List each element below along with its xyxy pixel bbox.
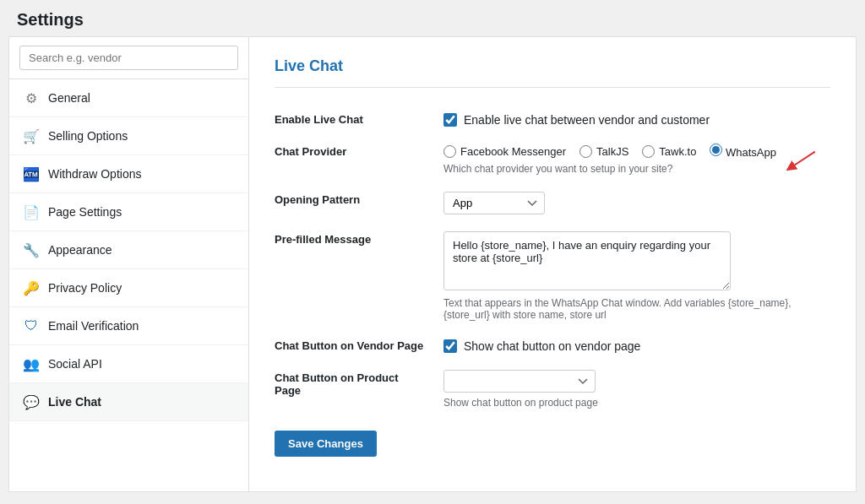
sidebar-item-page-settings[interactable]: 📄 Page Settings xyxy=(9,193,248,231)
opening-pattern-field: App Web Both xyxy=(443,183,830,223)
radio-whatsapp-label: WhatsApp xyxy=(726,146,776,159)
key-icon: 🔑 xyxy=(23,279,40,296)
sidebar-item-live-chat[interactable]: 💬 Live Chat xyxy=(9,383,248,421)
sidebar-item-label: General xyxy=(48,91,90,105)
sidebar-item-privacy-policy[interactable]: 🔑 Privacy Policy xyxy=(9,269,248,307)
appearance-icon: 🔧 xyxy=(23,241,40,258)
withdraw-icon: 🏧 xyxy=(23,165,40,182)
chat-button-product-label: Chat Button on Product Page xyxy=(275,361,443,417)
radio-tawkto[interactable]: Tawk.to xyxy=(642,145,696,158)
sidebar-item-label: Page Settings xyxy=(48,205,122,219)
chat-button-vendor-row: Chat Button on Vendor Page Show chat but… xyxy=(275,329,830,361)
enable-live-chat-field: Enable live chat between vendor and cust… xyxy=(443,103,830,135)
radio-tawkto-input[interactable] xyxy=(642,145,655,158)
sidebar-item-label: Email Verification xyxy=(48,319,139,333)
chat-button-vendor-field: Show chat button on vendor page xyxy=(443,329,830,361)
opening-pattern-select[interactable]: App Web Both xyxy=(443,192,545,214)
prefilled-message-hint: Text that appears in the WhatsApp Chat w… xyxy=(443,297,830,321)
chat-button-vendor-checkbox[interactable] xyxy=(443,339,457,353)
sidebar-search-container xyxy=(9,37,248,79)
chat-button-product-hint: Show chat button on product page xyxy=(443,397,830,409)
sidebar-item-withdraw-options[interactable]: 🏧 Withdraw Options xyxy=(9,155,248,193)
sidebar-item-label: Appearance xyxy=(48,243,112,257)
radio-facebook-label: Facebook Messenger xyxy=(460,145,566,158)
enable-live-chat-checkbox-label[interactable]: Enable live chat between vendor and cust… xyxy=(464,113,710,127)
prefilled-message-textarea[interactable]: Hello {store_name}, I have an enquiry re… xyxy=(443,231,731,290)
chat-button-vendor-checkbox-label[interactable]: Show chat button on vendor page xyxy=(464,339,640,353)
page-title: Settings xyxy=(0,0,865,36)
page-icon: 📄 xyxy=(23,203,40,220)
sidebar: ⚙ General 🛒 Selling Options 🏧 Withdraw O… xyxy=(8,36,249,492)
sidebar-item-label: Privacy Policy xyxy=(48,281,122,295)
save-changes-button[interactable]: Save Changes xyxy=(275,431,377,457)
enable-live-chat-checkbox-row: Enable live chat between vendor and cust… xyxy=(443,113,830,127)
radio-tawkto-label: Tawk.to xyxy=(659,145,696,158)
radio-whatsapp[interactable]: WhatsApp xyxy=(710,144,776,159)
chat-button-product-row: Chat Button on Product Page Show Hide Sh… xyxy=(275,361,830,417)
chat-icon: 💬 xyxy=(23,393,40,410)
shield-icon: 🛡 xyxy=(23,317,40,334)
chat-provider-radio-group: Facebook Messenger TalkJS Tawk.to xyxy=(443,144,830,159)
sidebar-item-general[interactable]: ⚙ General xyxy=(9,79,248,117)
sidebar-item-label: Live Chat xyxy=(48,395,101,409)
chat-provider-label: Chat Provider xyxy=(275,135,443,183)
chat-button-vendor-checkbox-row: Show chat button on vendor page xyxy=(443,339,830,353)
main-content: Live Chat Enable Live Chat Enable live c… xyxy=(249,36,857,492)
opening-pattern-label: Opening Pattern xyxy=(275,183,443,223)
radio-talkjs[interactable]: TalkJS xyxy=(579,145,628,158)
radio-talkjs-input[interactable] xyxy=(579,145,592,158)
radio-facebook[interactable]: Facebook Messenger xyxy=(443,145,566,158)
chat-provider-field: Facebook Messenger TalkJS Tawk.to xyxy=(443,135,830,183)
section-title: Live Chat xyxy=(275,57,830,88)
radio-talkjs-label: TalkJS xyxy=(596,145,628,158)
sidebar-item-email-verification[interactable]: 🛡 Email Verification xyxy=(9,307,248,345)
sidebar-search-input[interactable] xyxy=(19,46,238,70)
cart-icon: 🛒 xyxy=(23,127,40,144)
gear-icon: ⚙ xyxy=(23,89,40,106)
chat-button-product-select[interactable]: Show Hide xyxy=(443,370,596,393)
sidebar-item-social-api[interactable]: 👥 Social API xyxy=(9,345,248,383)
sidebar-item-selling-options[interactable]: 🛒 Selling Options xyxy=(9,117,248,155)
enable-live-chat-checkbox[interactable] xyxy=(443,113,457,127)
radio-whatsapp-input[interactable] xyxy=(710,144,722,156)
sidebar-item-appearance[interactable]: 🔧 Appearance xyxy=(9,231,248,269)
chat-button-vendor-label: Chat Button on Vendor Page xyxy=(275,329,443,361)
prefilled-message-label: Pre-filled Message xyxy=(275,223,443,329)
chat-provider-hint: Which chat provider you want to setup in… xyxy=(443,163,830,175)
sidebar-item-label: Selling Options xyxy=(48,129,128,143)
opening-pattern-row: Opening Pattern App Web Both xyxy=(275,183,830,223)
enable-live-chat-label: Enable Live Chat xyxy=(275,103,443,135)
prefilled-message-field: Hello {store_name}, I have an enquiry re… xyxy=(443,223,830,329)
chat-provider-row: Chat Provider Facebook Messenger TalkJS xyxy=(275,135,830,183)
chat-button-product-field: Show Hide Show chat button on product pa… xyxy=(443,361,830,417)
sidebar-item-label: Withdraw Options xyxy=(48,167,141,181)
form-table: Enable Live Chat Enable live chat betwee… xyxy=(275,103,830,417)
enable-live-chat-row: Enable Live Chat Enable live chat betwee… xyxy=(275,103,830,135)
social-icon: 👥 xyxy=(23,355,40,372)
radio-facebook-input[interactable] xyxy=(443,145,456,158)
sidebar-item-label: Social API xyxy=(48,357,102,371)
prefilled-message-row: Pre-filled Message Hello {store_name}, I… xyxy=(275,223,830,329)
